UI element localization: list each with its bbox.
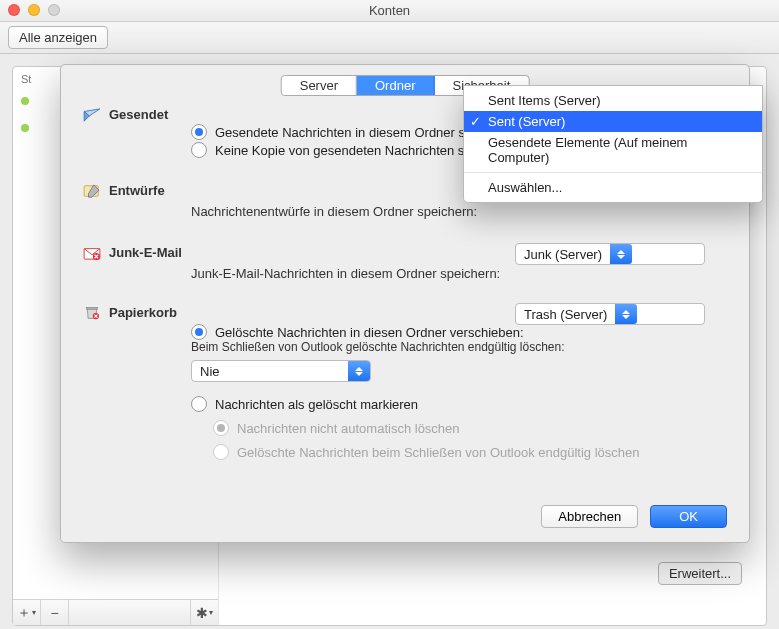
tab-folders[interactable]: Ordner — [357, 76, 434, 95]
trash-move-radio[interactable] — [191, 324, 207, 340]
drafts-help: Nachrichtenentwürfe in diesem Ordner spe… — [191, 204, 727, 219]
trash-sub: Beim Schließen von Outlook gelöschte Nac… — [191, 340, 727, 354]
list-actions: ＋▾ − ✱▾ — [13, 599, 218, 625]
menu-separator — [464, 172, 762, 173]
trash-move-label: Gelöschte Nachrichten in diesen Ordner v… — [215, 325, 524, 340]
ok-button[interactable]: OK — [650, 505, 727, 528]
sent-icon — [83, 108, 101, 122]
trash-permclose-label: Gelöschte Nachrichten beim Schließen von… — [237, 445, 640, 460]
traffic-lights — [8, 4, 60, 16]
sent-store-label: Gesendete Nachrichten in diesem Ordner s… — [215, 125, 479, 140]
status-dot-icon — [21, 97, 29, 105]
sent-store-radio[interactable] — [191, 124, 207, 140]
trash-icon — [83, 306, 101, 320]
trash-select[interactable]: Trash (Server) — [515, 303, 705, 325]
menu-item-sentitems[interactable]: Sent Items (Server) — [464, 90, 762, 111]
trash-mark-radio[interactable] — [191, 396, 207, 412]
zoom-icon — [48, 4, 60, 16]
chevron-updown-icon — [348, 361, 370, 381]
tab-server[interactable]: Server — [282, 76, 357, 95]
trash-permclose-radio — [213, 444, 229, 460]
minimize-icon[interactable] — [28, 4, 40, 16]
trash-freq-select[interactable]: Nie — [191, 360, 371, 382]
sent-folder-menu: Sent Items (Server) Sent (Server) Gesend… — [463, 85, 763, 203]
junk-select[interactable]: Junk (Server) — [515, 243, 705, 265]
sent-nocopy-label: Keine Kopie von gesendeten Nachrichten s… — [215, 143, 479, 158]
window-title: Konten — [369, 3, 410, 18]
chevron-updown-icon — [615, 304, 637, 324]
trash-mark-label: Nachrichten als gelöscht markieren — [215, 397, 418, 412]
dialog-buttons: Abbrechen OK — [541, 505, 727, 528]
junk-title: Junk-E-Mail — [109, 245, 182, 260]
show-all-button[interactable]: Alle anzeigen — [8, 26, 108, 49]
cancel-button[interactable]: Abbrechen — [541, 505, 638, 528]
menu-item-choose[interactable]: Auswählen... — [464, 177, 762, 198]
chevron-updown-icon — [610, 244, 632, 264]
drafts-icon — [83, 184, 101, 198]
junk-help: Junk-E-Mail-Nachrichten in diesem Ordner… — [191, 266, 727, 281]
close-icon[interactable] — [8, 4, 20, 16]
status-dot-icon — [21, 124, 29, 132]
junk-section: Junk-E-Mail Junk (Server) Junk-E-Mail-Na… — [83, 245, 727, 281]
titlebar: Konten — [0, 0, 779, 22]
junk-select-value: Junk (Server) — [524, 247, 602, 262]
trash-freq-value: Nie — [200, 364, 220, 379]
trash-noauto-label: Nachrichten nicht automatisch löschen — [237, 421, 460, 436]
toolbar: Alle anzeigen — [0, 22, 779, 54]
junk-icon — [83, 246, 101, 260]
trash-noauto-radio — [213, 420, 229, 436]
menu-item-local[interactable]: Gesendete Elemente (Auf meinem Computer) — [464, 132, 762, 168]
trash-select-value: Trash (Server) — [524, 307, 607, 322]
remove-button[interactable]: − — [41, 600, 69, 625]
menu-item-sent[interactable]: Sent (Server) — [464, 111, 762, 132]
add-button[interactable]: ＋▾ — [13, 600, 41, 625]
sent-nocopy-radio[interactable] — [191, 142, 207, 158]
drafts-title: Entwürfe — [109, 183, 165, 198]
trash-section: Papierkorb Trash (Server) Gelöschte Nach… — [83, 305, 727, 460]
trash-title: Papierkorb — [109, 305, 177, 320]
gear-button[interactable]: ✱▾ — [190, 600, 218, 625]
sent-title: Gesendet — [109, 107, 168, 122]
svg-rect-3 — [87, 307, 98, 309]
advanced-button[interactable]: Erweitert... — [658, 562, 742, 585]
